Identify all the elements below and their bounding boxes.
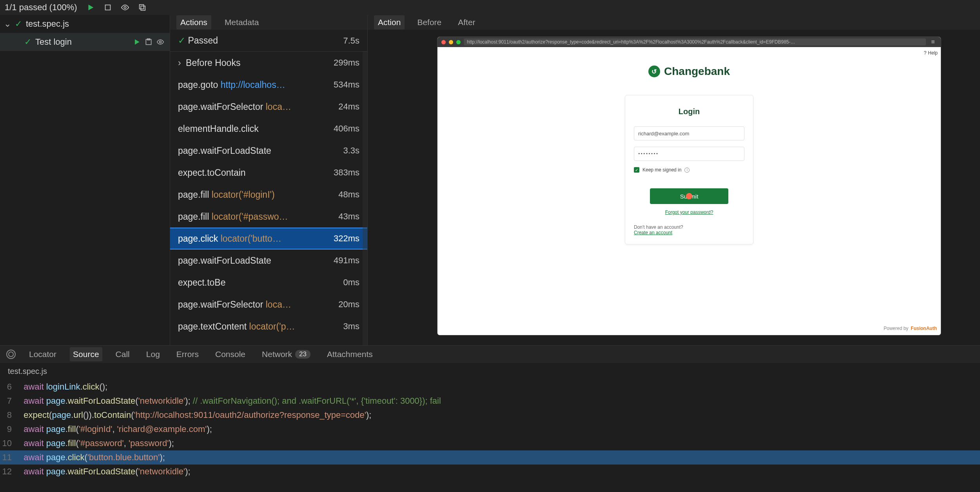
brand-logo: ↺ Changebank — [648, 65, 730, 78]
action-name: Passed — [188, 35, 218, 46]
action-name: page.waitForLoadState — [178, 146, 271, 156]
action-duration: 406ms — [334, 124, 359, 134]
code-line[interactable]: 6 await loginLink.click(); — [0, 380, 980, 394]
password-field[interactable] — [634, 147, 744, 161]
scrollbar[interactable] — [363, 51, 367, 345]
action-row[interactable]: page.waitForLoadState491ms — [170, 250, 367, 272]
actions-list[interactable]: ✓ Passed7.5s› Before Hooks299mspage.goto… — [170, 30, 367, 345]
watch-icon[interactable] — [156, 37, 164, 47]
action-duration: 3ms — [343, 321, 359, 332]
line-number: 9 — [0, 424, 19, 434]
action-row[interactable]: ✓ Passed7.5s — [170, 30, 367, 52]
brand-name: Changebank — [664, 65, 730, 78]
watch-icon[interactable] — [120, 3, 130, 12]
tab-metadata[interactable]: Metadata — [221, 15, 263, 29]
code-line[interactable]: 10 await page.fill('#password', 'passwor… — [0, 436, 980, 450]
action-row[interactable]: elementHandle.click406ms — [170, 118, 367, 140]
action-locator: locator('#loginI') — [209, 190, 274, 200]
run-icon[interactable] — [133, 37, 141, 47]
tab-console[interactable]: Console — [212, 347, 249, 361]
browser-preview: http://localhost:9011/oauth2/authorize?r… — [437, 37, 941, 335]
test-case-name: Test login — [35, 37, 72, 47]
action-locator: locator('p… — [247, 321, 295, 332]
action-row[interactable]: page.textContent locator('p…3ms — [170, 315, 367, 337]
action-duration: 491ms — [334, 255, 359, 266]
forgot-password-link[interactable]: Forgot your password? — [634, 210, 744, 215]
test-explorer: ⌄ ✓ test.spec.js ✓ Test login — [0, 15, 170, 345]
action-row[interactable]: expect.toContain383ms — [170, 162, 367, 184]
tab-network[interactable]: Network23 — [259, 347, 314, 361]
copy-icon[interactable] — [138, 3, 147, 12]
tab-errors[interactable]: Errors — [173, 347, 202, 361]
action-row[interactable]: expect.toBe0ms — [170, 272, 367, 293]
action-row[interactable]: page.goto http://localhos…534ms — [170, 74, 367, 96]
line-code: await page.waitForLoadState('networkidle… — [19, 396, 980, 406]
tab-call[interactable]: Call — [113, 347, 133, 361]
action-name: page.textContent — [178, 321, 247, 332]
source-view[interactable]: test.spec.js 6 await loginLink.click();7… — [0, 363, 980, 492]
line-code: await page.waitForLoadState('networkidle… — [19, 466, 980, 477]
action-locator: loca… — [263, 102, 291, 112]
tab-actions[interactable]: Actions — [176, 15, 211, 29]
tab-log[interactable]: Log — [143, 347, 163, 361]
info-icon[interactable]: i — [684, 168, 690, 173]
email-field[interactable] — [634, 126, 744, 140]
create-account-link[interactable]: Create an account — [634, 230, 744, 235]
logo-icon: ↺ — [648, 66, 660, 77]
action-row[interactable]: page.waitForLoadState3.3s — [170, 140, 367, 162]
line-code: expect(page.url()).toContain('http://loc… — [19, 410, 980, 420]
stop-icon[interactable] — [103, 3, 113, 12]
action-name: page.waitForSelector — [178, 299, 263, 310]
click-point-icon — [686, 193, 692, 199]
action-name: Before Hooks — [186, 58, 240, 68]
tab-attachments[interactable]: Attachments — [324, 347, 376, 361]
line-code: await page.fill('#loginId', 'richard@exa… — [19, 424, 980, 434]
tab-action[interactable]: Action — [374, 15, 405, 29]
code-line[interactable]: 11 await page.click('button.blue.button'… — [0, 450, 980, 465]
code-line[interactable]: 12 await page.waitForLoadState('networki… — [0, 465, 980, 479]
chevron-down-icon: ⌄ — [4, 19, 11, 29]
action-row[interactable]: › Before Hooks299ms — [170, 52, 367, 74]
action-duration: 48ms — [338, 190, 359, 200]
actions-panel: Actions Metadata ✓ Passed7.5s› Before Ho… — [170, 15, 368, 345]
code-line[interactable]: 8 expect(page.url()).toContain('http://l… — [0, 408, 980, 422]
test-case-row[interactable]: ✓ Test login — [0, 33, 170, 51]
submit-button[interactable]: Submit — [650, 188, 728, 204]
action-row[interactable]: page.fill locator('#loginI')48ms — [170, 184, 367, 206]
keep-signed-in[interactable]: ✓ Keep me signed in i — [634, 167, 744, 173]
line-code: await page.fill('#password', 'password')… — [19, 438, 980, 448]
checkbox-icon[interactable]: ✓ — [634, 167, 639, 173]
test-summary: 1/1 passed (100%) — [5, 2, 77, 13]
check-icon: ✓ — [24, 37, 31, 47]
test-file-name: test.spec.js — [26, 19, 69, 29]
run-all-icon[interactable] — [86, 3, 95, 12]
action-duration: 383ms — [334, 168, 359, 178]
svg-rect-2 — [141, 6, 145, 10]
tab-after[interactable]: After — [454, 15, 479, 29]
code-line[interactable]: 9 await page.fill('#loginId', 'richard@e… — [0, 422, 980, 436]
action-row[interactable]: page.fill locator('#passwo…43ms — [170, 206, 367, 228]
action-duration: 0ms — [343, 277, 359, 288]
action-row[interactable]: page.click locator('butto…322ms — [170, 228, 367, 250]
action-row[interactable]: page.waitForSelector loca…20ms — [170, 293, 367, 315]
tab-locator[interactable]: Locator — [26, 347, 60, 361]
action-name: page.fill — [178, 211, 209, 222]
bottom-tabs: Locator Source Call Log Errors Console N… — [0, 346, 980, 363]
check-icon: ✓ — [15, 19, 22, 29]
action-duration: 43ms — [338, 211, 359, 222]
action-row[interactable]: page.waitForSelector loca…24ms — [170, 96, 367, 118]
tab-source[interactable]: Source — [70, 347, 102, 361]
inspector-icon[interactable] — [6, 350, 16, 359]
svg-point-6 — [160, 41, 162, 43]
action-duration: 7.5s — [343, 36, 359, 46]
source-filename: test.spec.js — [0, 363, 980, 380]
test-file-row[interactable]: ⌄ ✓ test.spec.js — [0, 15, 170, 33]
help-link[interactable]: ?Help — [924, 50, 938, 56]
trace-icon[interactable] — [145, 37, 152, 47]
tab-before[interactable]: Before — [413, 15, 445, 29]
svg-point-1 — [124, 6, 126, 9]
code-line[interactable]: 7 await page.waitForLoadState('networkid… — [0, 394, 980, 408]
action-name: page.fill — [178, 190, 209, 200]
actions-tabs: Actions Metadata — [170, 15, 367, 30]
action-duration: 299ms — [334, 58, 359, 68]
